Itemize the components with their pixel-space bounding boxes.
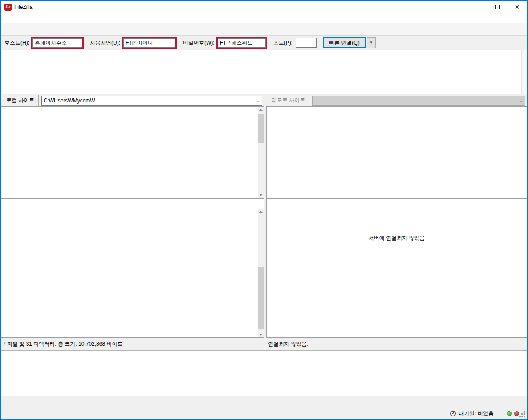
- maximize-button[interactable]: [487, 1, 507, 13]
- remote-site-combobox: ⌄: [312, 96, 525, 106]
- port-label: 포트(P):: [273, 39, 292, 47]
- chevron-down-icon[interactable]: ⌄: [256, 98, 260, 103]
- password-input[interactable]: [218, 38, 266, 48]
- status-light-red-icon: [514, 411, 519, 416]
- chevron-down-icon: ⌄: [520, 98, 523, 103]
- transfer-queue: [1, 350, 527, 396]
- username-input[interactable]: [123, 38, 175, 48]
- local-site-label: 로컬 사이트:: [4, 95, 39, 106]
- status-light-green-icon: [507, 411, 512, 416]
- remote-site-label: 리모트 사이트:: [269, 95, 309, 106]
- window-title: FileZilla: [14, 4, 32, 10]
- scrollbar-thumb[interactable]: [258, 267, 264, 329]
- close-button[interactable]: ×: [507, 1, 527, 13]
- queue-gauge-icon: [450, 411, 456, 416]
- remote-site-bar: 리모트 사이트: ⌄: [266, 94, 527, 106]
- host-input[interactable]: [32, 38, 82, 48]
- local-file-list-scrollbar[interactable]: [258, 209, 264, 338]
- scroll-down-icon[interactable]: [259, 334, 263, 336]
- host-annotation-box: [31, 37, 84, 49]
- username-annotation-box: [122, 37, 177, 49]
- local-tree-scrollbar[interactable]: [258, 107, 264, 198]
- local-file-list: [1, 198, 264, 338]
- username-label: 사용자명(U):: [90, 39, 120, 47]
- local-pane-status: 7 파일 및 31 디렉터리. 총 크기: 10,702,868 바이트: [1, 338, 264, 350]
- transfer-queue-header: [1, 351, 527, 362]
- statusbar-divider: [500, 410, 500, 417]
- local-file-list-header: [1, 199, 264, 208]
- local-directory-tree: [1, 106, 264, 198]
- remote-file-list-header: [267, 199, 527, 208]
- scroll-down-icon[interactable]: [259, 194, 263, 196]
- scrollbar-thumb[interactable]: [258, 114, 264, 143]
- title-bar: Fz FileZilla — ×: [1, 1, 527, 13]
- local-dir-summary: 7 파일 및 31 디렉터리. 총 크기: 10,702,868 바이트: [3, 340, 122, 348]
- scroll-up-icon[interactable]: [259, 109, 263, 111]
- quickconnect-dropdown-button[interactable]: ▼: [367, 37, 376, 48]
- filezilla-window: Fz FileZilla — × 호스트(H): 사용자명(U): 비밀번호(W…: [0, 0, 528, 420]
- resize-grip[interactable]: [524, 411, 525, 413]
- queue-status-text: 대기열: 비었음: [459, 410, 494, 417]
- status-bar: 대기열: 비었음: [1, 408, 527, 419]
- message-log-scrollbar[interactable]: [521, 50, 527, 94]
- password-annotation-box: [216, 37, 267, 49]
- toolbar: [1, 23, 527, 36]
- remote-directory-tree: [266, 106, 527, 198]
- local-site-path: C:₩Users₩Mycom₩: [44, 98, 95, 104]
- message-log: [1, 50, 527, 94]
- queue-tabs: [1, 396, 527, 408]
- quickconnect-button[interactable]: 빠른 연결(Q): [323, 37, 366, 48]
- password-label: 비밀번호(W):: [183, 39, 215, 47]
- local-site-combobox[interactable]: C:₩Users₩Mycom₩ ⌄: [41, 96, 262, 106]
- quickconnect-bar: 호스트(H): 사용자명(U): 비밀번호(W): 포트(P): 빠른 연결(Q…: [1, 36, 527, 50]
- minimize-button[interactable]: —: [467, 1, 487, 13]
- host-label: 호스트(H):: [4, 39, 29, 47]
- remote-pane-status: 연결되지 않았음.: [266, 338, 527, 350]
- port-input[interactable]: [296, 38, 317, 48]
- menu-bar: [1, 13, 527, 23]
- scroll-up-icon[interactable]: [259, 211, 263, 213]
- remote-file-list: 서버에 연결되지 않았음: [266, 198, 527, 338]
- remote-connection-status: 연결되지 않았음.: [268, 340, 309, 348]
- local-site-bar: 로컬 사이트: C:₩Users₩Mycom₩ ⌄: [1, 94, 264, 106]
- filezilla-logo-icon: Fz: [4, 4, 12, 11]
- maximize-icon: [495, 5, 500, 9]
- remote-not-connected-message: 서버에 연결되지 않았음: [267, 234, 527, 242]
